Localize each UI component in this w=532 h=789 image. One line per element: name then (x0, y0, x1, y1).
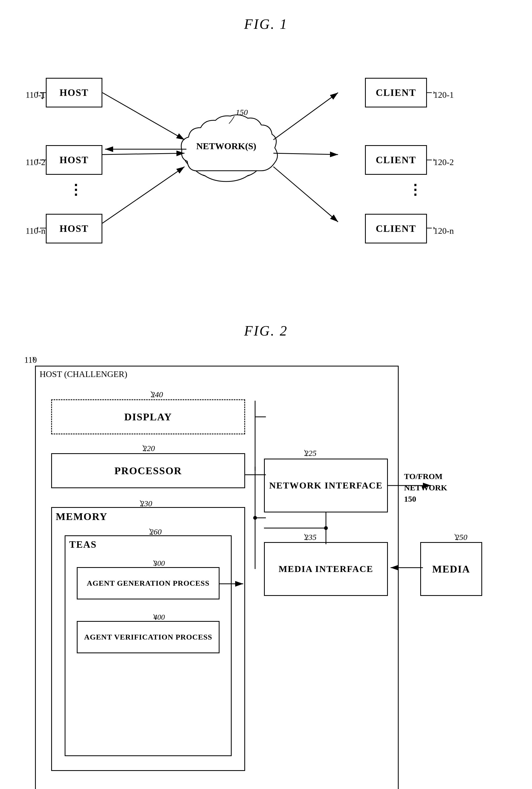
svg-point-0 (197, 123, 256, 167)
net-interface-box: NETWORK INTERFACE (264, 459, 388, 513)
svg-line-15 (102, 153, 185, 155)
net-interface-ref-label: 225 (304, 449, 317, 458)
processor-ref-label: 220 (143, 444, 155, 453)
fig2-container: 110 HOST (CHALLENGER) 240 DISPLAY 220 PR… (22, 355, 510, 789)
svg-line-19 (273, 167, 338, 222)
svg-point-4 (213, 145, 261, 177)
media-ref-label: 250 (455, 533, 467, 542)
processor-box: PROCESSOR (51, 453, 245, 488)
client-ellipsis: ⋮ (408, 183, 424, 197)
client-ref-1: 120-1 (434, 90, 454, 100)
agent-gen-box: AGENT GENERATION PROCESS (77, 567, 220, 599)
host-challenger-label: HOST (CHALLENGER) (40, 369, 128, 379)
svg-point-11 (200, 152, 253, 181)
media-box: MEDIA (420, 542, 482, 596)
fig1-container: NETWORK(S) 150 (22, 48, 510, 291)
svg-point-5 (200, 152, 253, 181)
svg-line-16 (102, 167, 185, 223)
host-box-2: HOST (46, 145, 102, 175)
memory-label: MEMORY (56, 511, 108, 522)
agent-gen-ref-label: 300 (154, 559, 165, 567)
to-from-label: TO/FROMNETWORK150 (404, 471, 447, 505)
host-ref-2: 110-2 (25, 157, 45, 167)
svg-point-10 (213, 146, 261, 177)
svg-text:150: 150 (236, 108, 248, 117)
svg-line-17 (273, 93, 338, 140)
agent-ver-ref-label: 400 (154, 613, 165, 621)
svg-point-2 (226, 136, 269, 171)
teas-ref-label: 260 (150, 527, 162, 536)
fig1-title: FIG. 1 (22, 16, 510, 32)
host-ref-n: 110-n (25, 226, 45, 236)
host-ellipsis: ⋮ (69, 183, 85, 197)
svg-point-9 (192, 146, 239, 177)
display-ref-label: 240 (151, 390, 163, 399)
media-interface-ref-label: 235 (304, 533, 317, 542)
client-ref-n: 120-n (434, 226, 454, 236)
svg-line-18 (273, 153, 338, 155)
client-box-n: CLIENT (365, 214, 427, 244)
client-box-1: CLIENT (365, 78, 427, 108)
memory-ref-label: 230 (140, 499, 152, 508)
svg-line-14 (102, 93, 185, 140)
fig2-outer-ref: 110 (24, 355, 37, 365)
client-box-2: CLIENT (365, 145, 427, 175)
page: FIG. 1 NE (0, 0, 532, 789)
svg-text:NETWORK(S): NETWORK(S) (196, 141, 256, 151)
media-interface-box: MEDIA INTERFACE (264, 542, 388, 596)
svg-point-1 (183, 136, 226, 171)
teas-label: TEAS (69, 539, 97, 550)
fig2-title: FIG. 2 (22, 323, 510, 339)
svg-point-3 (191, 145, 240, 177)
host-box-n: HOST (46, 214, 102, 244)
display-box: DISPLAY (51, 399, 245, 434)
svg-point-7 (184, 136, 226, 170)
host-box-1: HOST (46, 78, 102, 108)
svg-point-8 (227, 136, 269, 170)
svg-point-6 (197, 124, 255, 166)
agent-ver-box: AGENT VERIFICATION PROCESS (77, 621, 220, 653)
client-ref-2: 120-2 (434, 157, 454, 167)
